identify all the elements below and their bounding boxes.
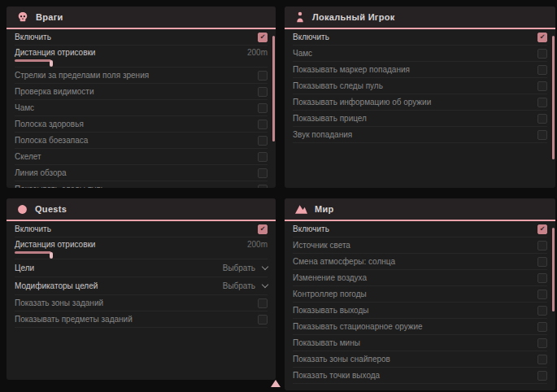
setting-label: Показывать стационарное оружие xyxy=(293,322,423,331)
check-icon: ✔ xyxy=(540,226,546,233)
setting-row: Полоска здоровья xyxy=(15,116,268,133)
slider-row: Дистанция отрисовки 200m xyxy=(15,46,268,68)
checkbox-unchecked[interactable] xyxy=(537,130,547,140)
checkbox-unchecked[interactable] xyxy=(537,322,547,332)
checkbox-checked[interactable]: ✔ xyxy=(258,33,268,42)
setting-label: Цели xyxy=(15,264,34,272)
checkbox-unchecked[interactable] xyxy=(258,120,268,129)
check-icon: ✔ xyxy=(260,34,266,41)
setting-label: Контроллер погоды xyxy=(293,290,367,298)
setting-row: Чамс xyxy=(15,100,268,116)
setting-row: Полоска боезапаса xyxy=(15,133,268,149)
setting-row: Показывать выходы xyxy=(293,303,547,319)
setting-label: Дистанция отрисовки xyxy=(15,48,95,57)
slider[interactable] xyxy=(15,59,244,67)
setting-label: Стрелки за пределами поля зрения xyxy=(15,71,149,80)
scrollbar-thumb[interactable] xyxy=(552,36,555,159)
checkbox-unchecked[interactable] xyxy=(537,290,547,299)
setting-label: Показать зоны заданий xyxy=(15,298,103,307)
setting-label: Показать точки выхода xyxy=(293,371,380,380)
panel-header: Враги xyxy=(7,7,276,29)
setting-row: Линия обзора xyxy=(15,165,268,181)
checkbox-unchecked[interactable] xyxy=(537,49,547,59)
setting-label: Смена атмосферы: солнца xyxy=(293,257,395,266)
checkbox-unchecked[interactable] xyxy=(258,87,268,97)
checkbox-unchecked[interactable] xyxy=(537,273,547,283)
setting-label: Показывать информацию об оружии xyxy=(293,98,431,107)
setting-label: Чамс xyxy=(293,49,312,58)
setting-label: Включить xyxy=(293,33,329,41)
checkbox-unchecked[interactable] xyxy=(258,136,268,146)
setting-label: Линия обзора xyxy=(15,168,67,177)
setting-row: Показать зоны заданий xyxy=(15,295,268,311)
checkbox-unchecked[interactable] xyxy=(537,98,547,107)
setting-row: Включить ✔ xyxy=(15,221,268,237)
setting-label: Полоска здоровья xyxy=(15,120,84,128)
checkbox-unchecked[interactable] xyxy=(258,71,268,81)
dropdown[interactable]: Выбрать xyxy=(223,281,268,290)
dropdown-value: Выбрать xyxy=(223,264,255,272)
check-icon: ✔ xyxy=(260,226,266,233)
setting-label: Показывать маркер попадания xyxy=(293,65,410,74)
setting-row: Показать точки выхода xyxy=(293,368,547,384)
checkbox-checked[interactable]: ✔ xyxy=(258,224,268,234)
setting-label: Полоска боезапаса xyxy=(15,136,88,145)
setting-label: Дистанция отрисовки xyxy=(15,240,95,249)
player-icon xyxy=(295,11,305,23)
setting-row: Показать зоны снайперов xyxy=(293,351,547,368)
skull-icon xyxy=(17,11,28,23)
quests-icon xyxy=(17,204,28,215)
setting-row: Включить ✔ xyxy=(15,29,268,46)
checkbox-unchecked[interactable] xyxy=(537,338,547,348)
setting-row: Показывать следы пуль xyxy=(293,78,547,94)
checkbox-unchecked[interactable] xyxy=(537,355,547,364)
setting-label: Показывать выходы xyxy=(293,306,368,315)
slider[interactable] xyxy=(15,251,244,259)
checkbox-unchecked[interactable] xyxy=(537,241,547,250)
checkbox-unchecked[interactable] xyxy=(537,81,547,91)
checkbox-unchecked[interactable] xyxy=(537,114,547,124)
checkbox-unchecked[interactable] xyxy=(537,65,547,75)
setting-label: Модификаторы целей xyxy=(15,281,98,290)
checkbox-unchecked[interactable] xyxy=(258,168,268,178)
scrollbar-thumb[interactable] xyxy=(272,36,275,142)
checkbox-unchecked[interactable] xyxy=(537,371,547,381)
setting-label: Включить xyxy=(293,224,329,233)
setting-label: Чамс xyxy=(15,103,34,112)
setting-row: Звук попадания xyxy=(293,127,547,143)
checkbox-checked[interactable]: ✔ xyxy=(537,224,547,234)
setting-row: Показывать следы пуль xyxy=(15,181,268,188)
setting-label: Показывать мины xyxy=(293,338,360,347)
select-row: Цели Выбрать xyxy=(15,259,268,277)
setting-row: Смена атмосферы: солнца xyxy=(293,254,547,270)
checkbox-unchecked[interactable] xyxy=(258,185,268,189)
setting-row: Скелет xyxy=(15,149,268,165)
cheat-menu-screen: Враги Включить ✔ Дистанция отрисовки 200… xyxy=(0,0,557,392)
setting-label: Показывать следы пуль xyxy=(15,185,105,188)
setting-row: Показывать мины xyxy=(293,335,547,351)
panel-quests: Quests Включить ✔ Дистанция отрисовки 20… xyxy=(7,198,276,380)
checkbox-unchecked[interactable] xyxy=(258,315,268,324)
checkbox-unchecked[interactable] xyxy=(258,298,268,308)
checkbox-unchecked[interactable] xyxy=(258,103,268,113)
dropdown[interactable]: Выбрать xyxy=(223,264,268,272)
checkbox-unchecked[interactable] xyxy=(537,306,547,316)
setting-row: Показывать прицел xyxy=(293,111,547,127)
chevron-down-icon xyxy=(262,264,268,270)
dropdown-value: Выбрать xyxy=(223,281,255,290)
checkbox-checked[interactable]: ✔ xyxy=(537,33,547,42)
setting-label: Показывать прицел xyxy=(293,114,367,123)
panel-header: Локальный Игрок xyxy=(285,7,555,29)
checkbox-unchecked[interactable] xyxy=(537,257,547,267)
setting-label: Проверка видимости xyxy=(15,87,94,96)
setting-label: Скелет xyxy=(15,152,41,161)
panel-header: Quests xyxy=(7,198,276,221)
panel-enemies: Враги Включить ✔ Дистанция отрисовки 200… xyxy=(7,7,276,188)
scrollbar-thumb[interactable] xyxy=(552,228,555,311)
setting-row: Чамс xyxy=(293,46,547,62)
slider-handle[interactable] xyxy=(50,252,53,259)
slider-value: 200m xyxy=(247,48,268,57)
slider-handle[interactable] xyxy=(50,60,53,67)
panel-title: Враги xyxy=(36,12,63,22)
checkbox-unchecked[interactable] xyxy=(258,152,268,162)
